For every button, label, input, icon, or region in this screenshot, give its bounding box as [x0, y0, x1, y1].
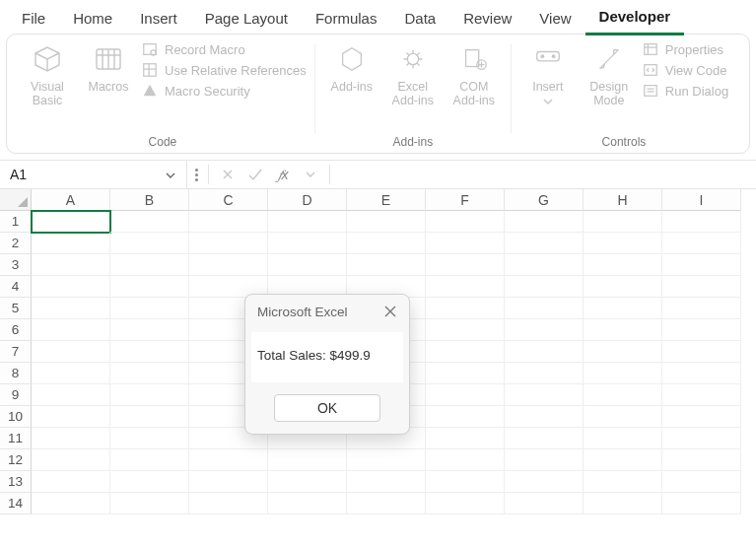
- cell[interactable]: [505, 341, 584, 363]
- cell[interactable]: [110, 276, 189, 298]
- cell[interactable]: [584, 428, 662, 449]
- row-header[interactable]: 6: [0, 319, 32, 341]
- cell[interactable]: [32, 493, 110, 514]
- cell[interactable]: [347, 406, 426, 428]
- cell[interactable]: [268, 384, 347, 406]
- cell[interactable]: [268, 211, 347, 233]
- cell[interactable]: [584, 254, 662, 276]
- cell[interactable]: [347, 493, 426, 514]
- cell[interactable]: [662, 471, 741, 493]
- tab-developer[interactable]: Developer: [585, 2, 685, 35]
- excel-addins-button[interactable]: Excel Add-ins: [384, 38, 442, 107]
- cell[interactable]: [662, 493, 741, 514]
- cell[interactable]: [268, 493, 347, 514]
- cell[interactable]: [662, 341, 741, 363]
- cell[interactable]: [110, 428, 189, 449]
- cell[interactable]: [426, 319, 505, 341]
- cell[interactable]: [584, 319, 662, 341]
- row-header[interactable]: 2: [0, 233, 32, 254]
- cell[interactable]: [110, 384, 189, 406]
- cell[interactable]: [32, 254, 110, 276]
- cell[interactable]: [189, 406, 268, 428]
- cell[interactable]: [32, 384, 110, 406]
- cell[interactable]: [662, 449, 741, 471]
- cell[interactable]: [347, 428, 426, 449]
- tab-view[interactable]: View: [525, 4, 584, 34]
- cell[interactable]: [505, 493, 584, 514]
- cell[interactable]: [426, 406, 505, 428]
- properties-button[interactable]: Properties: [642, 40, 728, 58]
- visual-basic-button[interactable]: Visual Basic: [19, 38, 76, 107]
- cell[interactable]: [662, 319, 741, 341]
- column-header[interactable]: H: [584, 189, 662, 211]
- cell[interactable]: [189, 254, 268, 276]
- cell[interactable]: [347, 211, 426, 233]
- cell[interactable]: [426, 428, 505, 449]
- cell[interactable]: [110, 254, 189, 276]
- record-macro-button[interactable]: Record Macro: [141, 40, 307, 58]
- cell[interactable]: [505, 319, 584, 341]
- cell[interactable]: [584, 298, 662, 319]
- cell[interactable]: [584, 233, 662, 254]
- cell[interactable]: [584, 493, 662, 514]
- cell[interactable]: [584, 363, 662, 384]
- addins-button[interactable]: Add-ins: [323, 38, 380, 94]
- cell[interactable]: [110, 341, 189, 363]
- cell[interactable]: [584, 384, 662, 406]
- worksheet-grid[interactable]: ABCDEFGHI 1234567891011121314: [0, 189, 756, 544]
- cell[interactable]: [32, 471, 110, 493]
- column-header[interactable]: A: [32, 189, 110, 211]
- cell[interactable]: [347, 363, 426, 384]
- row-header[interactable]: 13: [0, 471, 32, 493]
- cell[interactable]: [426, 449, 505, 471]
- row-header[interactable]: 3: [0, 254, 32, 276]
- cell[interactable]: [662, 233, 741, 254]
- cell[interactable]: [189, 276, 268, 298]
- cell[interactable]: [347, 384, 426, 406]
- tab-formulas[interactable]: Formulas: [302, 4, 391, 34]
- cell[interactable]: [426, 254, 505, 276]
- cell[interactable]: [189, 428, 268, 449]
- row-header[interactable]: 4: [0, 276, 32, 298]
- row-header[interactable]: 12: [0, 449, 32, 471]
- cell[interactable]: [268, 319, 347, 341]
- column-header[interactable]: C: [189, 189, 268, 211]
- row-header[interactable]: 9: [0, 384, 32, 406]
- cell[interactable]: [268, 233, 347, 254]
- cell[interactable]: [505, 298, 584, 319]
- row-header[interactable]: 11: [0, 428, 32, 449]
- cell[interactable]: [662, 211, 741, 233]
- tab-review[interactable]: Review: [449, 4, 525, 34]
- cell[interactable]: [110, 449, 189, 471]
- cell[interactable]: [426, 363, 505, 384]
- cell[interactable]: [189, 449, 268, 471]
- cell[interactable]: [584, 471, 662, 493]
- cell[interactable]: [110, 406, 189, 428]
- cell[interactable]: [662, 254, 741, 276]
- tab-insert[interactable]: Insert: [126, 4, 191, 34]
- cell[interactable]: [110, 471, 189, 493]
- cell[interactable]: [584, 449, 662, 471]
- formula-input[interactable]: [338, 161, 756, 188]
- cell[interactable]: [347, 233, 426, 254]
- cell[interactable]: [268, 406, 347, 428]
- cell[interactable]: [662, 406, 741, 428]
- cell[interactable]: [189, 233, 268, 254]
- column-header[interactable]: B: [110, 189, 189, 211]
- cell[interactable]: [505, 471, 584, 493]
- column-header[interactable]: D: [268, 189, 347, 211]
- cell[interactable]: [32, 449, 110, 471]
- row-header[interactable]: 14: [0, 493, 32, 514]
- cell[interactable]: [426, 471, 505, 493]
- cell[interactable]: [268, 276, 347, 298]
- cell[interactable]: [347, 319, 426, 341]
- cell[interactable]: [505, 406, 584, 428]
- row-header[interactable]: 5: [0, 298, 32, 319]
- cell[interactable]: [32, 276, 110, 298]
- cell[interactable]: [662, 276, 741, 298]
- cell[interactable]: [584, 406, 662, 428]
- row-header[interactable]: 8: [0, 363, 32, 384]
- cell[interactable]: [505, 276, 584, 298]
- cell[interactable]: [347, 471, 426, 493]
- cell[interactable]: [426, 211, 505, 233]
